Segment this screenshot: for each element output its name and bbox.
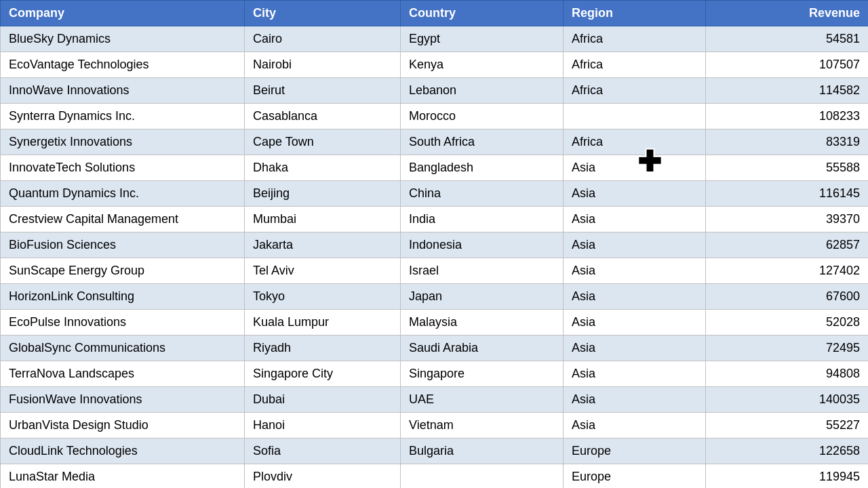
cell-country: Israel [401,258,564,284]
cell-city: Riyadh [245,336,401,361]
cell-company: InnoWave Innovations [1,78,245,104]
cell-region: Asia [564,387,706,413]
cell-company: Synterra Dynamics Inc. [1,104,245,129]
cell-revenue: 119945 [706,464,869,489]
cell-country: Japan [401,284,564,310]
cell-company: Crestview Capital Management [1,207,245,232]
cell-region [564,104,706,129]
col-header-revenue: Revenue [706,1,869,26]
cell-company: EcoVantage Technologies [1,52,245,78]
cell-city: Sofia [245,439,401,464]
cell-country: Malaysia [401,310,564,336]
cell-revenue: 55227 [706,413,869,439]
cell-region: Europe [564,464,706,489]
table-row[interactable]: Quantum Dynamics Inc.BeijingChinaAsia116… [1,181,869,207]
cell-country: Indonesia [401,232,564,258]
cell-revenue: 39370 [706,207,869,232]
cell-city: Cairo [245,26,401,52]
table-row[interactable]: Crestview Capital ManagementMumbaiIndiaA… [1,207,869,232]
cell-region: Asia [564,155,706,181]
cell-region: Africa [564,52,706,78]
cell-region: Asia [564,310,706,336]
cell-city: Mumbai [245,207,401,232]
cell-country: India [401,207,564,232]
cell-company: Synergetix Innovations [1,129,245,155]
table-row[interactable]: InnovateTech SolutionsDhakaBangladeshAsi… [1,155,869,181]
cell-company: UrbanVista Design Studio [1,413,245,439]
cell-city: Jakarta [245,232,401,258]
cell-country: Morocco [401,104,564,129]
cell-country: Bulgaria [401,439,564,464]
cell-country: Kenya [401,52,564,78]
table-row[interactable]: CloudLink TechnologiesSofiaBulgariaEurop… [1,439,869,464]
cell-city: Nairobi [245,52,401,78]
cell-country: Singapore [401,361,564,387]
cell-region: Africa [564,26,706,52]
cell-city: Beijing [245,181,401,207]
cell-revenue: 72495 [706,336,869,361]
data-table: Company City Country Region Revenue Blue… [0,0,868,488]
cell-region: Asia [564,207,706,232]
cell-city: Plovdiv [245,464,401,489]
cell-city: Kuala Lumpur [245,310,401,336]
cell-company: FusionWave Innovations [1,387,245,413]
col-header-city: City [245,1,401,26]
cell-country [401,464,564,489]
col-header-country: Country [401,1,564,26]
cell-company: BioFusion Sciences [1,232,245,258]
cell-city: Dhaka [245,155,401,181]
cell-city: Tel Aviv [245,258,401,284]
cell-city: Beirut [245,78,401,104]
cell-company: SunScape Energy Group [1,258,245,284]
cell-city: Tokyo [245,284,401,310]
cell-revenue: 52028 [706,310,869,336]
cell-company: HorizonLink Consulting [1,284,245,310]
table-row[interactable]: Synergetix InnovationsCape TownSouth Afr… [1,129,869,155]
cell-country: Bangladesh [401,155,564,181]
cell-revenue: 114582 [706,78,869,104]
cell-city: Singapore City [245,361,401,387]
cell-company: BlueSky Dynamics [1,26,245,52]
cell-region: Africa [564,78,706,104]
cell-country: South Africa [401,129,564,155]
col-header-region: Region [564,1,706,26]
table-row[interactable]: GlobalSync CommunicationsRiyadhSaudi Ara… [1,336,869,361]
cell-company: InnovateTech Solutions [1,155,245,181]
cell-revenue: 107507 [706,52,869,78]
cell-region: Asia [564,361,706,387]
cell-revenue: 55588 [706,155,869,181]
table-row[interactable]: FusionWave InnovationsDubaiUAEAsia140035 [1,387,869,413]
cell-region: Europe [564,439,706,464]
cell-revenue: 140035 [706,387,869,413]
table-row[interactable]: Synterra Dynamics Inc.CasablancaMorocco1… [1,104,869,129]
cell-company: GlobalSync Communications [1,336,245,361]
table-row[interactable]: BlueSky DynamicsCairoEgyptAfrica54581 [1,26,869,52]
cell-country: Egypt [401,26,564,52]
cell-country: Vietnam [401,413,564,439]
cell-revenue: 116145 [706,181,869,207]
cell-revenue: 62857 [706,232,869,258]
cell-revenue: 83319 [706,129,869,155]
table-row[interactable]: EcoVantage TechnologiesNairobiKenyaAfric… [1,52,869,78]
cell-revenue: 67600 [706,284,869,310]
cell-region: Asia [564,413,706,439]
cell-revenue: 127402 [706,258,869,284]
cell-region: Asia [564,336,706,361]
table-row[interactable]: TerraNova LandscapesSingapore CitySingap… [1,361,869,387]
table-row[interactable]: LunaStar MediaPlovdivEurope119945 [1,464,869,489]
cell-revenue: 122658 [706,439,869,464]
cell-region: Asia [564,284,706,310]
col-header-company: Company [1,1,245,26]
cell-country: UAE [401,387,564,413]
cell-city: Cape Town [245,129,401,155]
table-row[interactable]: BioFusion SciencesJakartaIndonesiaAsia62… [1,232,869,258]
cell-company: CloudLink Technologies [1,439,245,464]
table-row[interactable]: HorizonLink ConsultingTokyoJapanAsia6760… [1,284,869,310]
table-row[interactable]: UrbanVista Design StudioHanoiVietnamAsia… [1,413,869,439]
table-row[interactable]: EcoPulse InnovationsKuala LumpurMalaysia… [1,310,869,336]
table-row[interactable]: InnoWave InnovationsBeirutLebanonAfrica1… [1,78,869,104]
table-row[interactable]: SunScape Energy GroupTel AvivIsraelAsia1… [1,258,869,284]
cell-city: Dubai [245,387,401,413]
cell-region: Africa [564,129,706,155]
cell-country: China [401,181,564,207]
